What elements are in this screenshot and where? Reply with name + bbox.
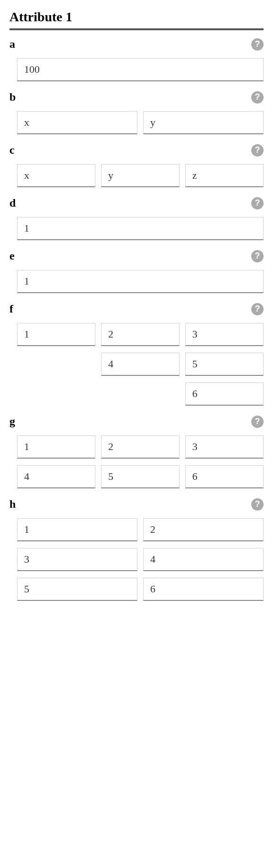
field-header: e ? [9,250,264,262]
field-header: a ? [9,38,264,51]
help-icon[interactable]: ? [251,144,264,156]
input-e[interactable] [17,270,264,293]
field-header: g ? [9,415,264,428]
input-g-0-0[interactable] [17,435,95,459]
input-c-1[interactable] [101,164,179,187]
input-h-2-1[interactable] [143,578,264,601]
attribute-section: Attribute 1 a ? b ? c ? [0,0,273,601]
field-f: f ? [9,303,264,406]
input-h-0-0[interactable] [17,518,137,541]
field-label-a: a [9,38,15,51]
input-g-1-1[interactable] [101,465,179,488]
help-icon[interactable]: ? [251,250,264,262]
field-header: b ? [9,91,264,104]
help-icon[interactable]: ? [251,416,264,428]
input-c-0[interactable] [17,164,95,187]
field-header: h ? [9,498,264,511]
field-label-b: b [9,91,16,104]
input-area [9,58,264,81]
field-header: c ? [9,144,264,156]
help-icon[interactable]: ? [251,91,264,104]
input-a[interactable] [17,58,264,81]
field-label-f: f [9,303,13,315]
field-g: g ? [9,415,264,488]
field-header: f ? [9,303,264,315]
input-g-0-1[interactable] [101,435,179,459]
field-a: a ? [9,38,264,81]
input-area [9,217,264,240]
help-icon[interactable]: ? [251,197,264,209]
input-h-1-1[interactable] [143,548,264,571]
field-label-g: g [9,415,15,428]
input-b-0[interactable] [17,111,137,134]
input-b-1[interactable] [143,111,264,134]
input-d[interactable] [17,217,264,240]
field-label-c: c [9,144,15,156]
input-g-1-2[interactable] [185,465,264,488]
field-e: e ? [9,250,264,293]
input-f-1-2[interactable] [185,353,264,376]
field-c: c ? [9,144,264,187]
help-icon[interactable]: ? [251,303,264,315]
field-h: h ? [9,498,264,601]
field-label-e: e [9,250,15,262]
input-f-0-1[interactable] [101,323,179,346]
field-label-h: h [9,498,16,511]
input-f-0-2[interactable] [185,323,264,346]
input-area [9,323,264,406]
field-label-d: d [9,197,16,209]
input-area [9,270,264,293]
input-c-2[interactable] [185,164,264,187]
field-header: d ? [9,197,264,209]
input-f-0-0[interactable] [17,323,95,346]
field-d: d ? [9,197,264,240]
input-g-0-2[interactable] [185,435,264,459]
input-area [9,435,264,488]
input-area [9,518,264,601]
input-area [9,164,264,187]
input-h-1-0[interactable] [17,548,137,571]
help-icon[interactable]: ? [251,498,264,511]
input-h-2-0[interactable] [17,578,137,601]
input-h-0-1[interactable] [143,518,264,541]
section-title: Attribute 1 [9,9,264,30]
input-g-1-0[interactable] [17,465,95,488]
input-f-2-2[interactable] [185,382,264,406]
help-icon[interactable]: ? [251,38,264,51]
field-b: b ? [9,91,264,134]
input-f-1-1[interactable] [101,353,179,376]
input-area [9,111,264,134]
